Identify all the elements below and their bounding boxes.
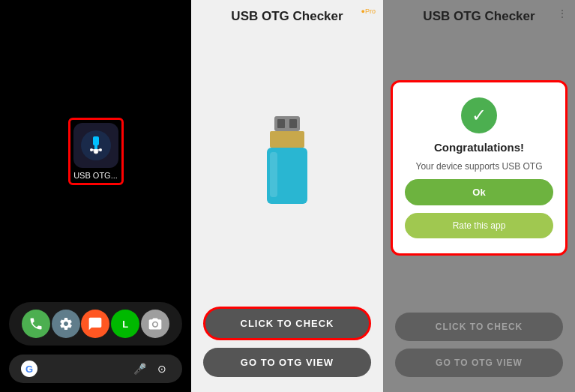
checker-panel: USB OTG Checker ●Pro Click To Check Go T… [191, 0, 383, 392]
lens-icon[interactable]: ⊙ [154, 361, 170, 377]
result-header: USB OTG Checker ⋮ [383, 0, 575, 30]
result-click-to-check-button[interactable]: Click To Check [395, 313, 563, 341]
go-to-otg-view-button[interactable]: Go To OTG View [203, 348, 371, 377]
checker-buttons: Click To Check Go To OTG View [191, 299, 383, 392]
usb-image-area [253, 30, 321, 299]
result-go-to-otg-button[interactable]: Go To OTG View [395, 349, 563, 377]
checker-title: USB OTG Checker [231, 9, 343, 24]
svg-rect-10 [270, 131, 304, 148]
success-check-icon: ✓ [461, 97, 497, 133]
home-icons-area: USB OTG... [0, 0, 191, 302]
result-panel: USB OTG Checker ⋮ ✓ Congratulations! You… [383, 0, 575, 392]
app-dock: L [9, 302, 182, 346]
google-logo: G [21, 361, 37, 377]
congrats-title: Congratulations! [434, 141, 524, 154]
mic-icon[interactable]: 🎤 [131, 361, 148, 377]
dock-line-icon[interactable]: L [111, 310, 139, 338]
dots-menu-icon[interactable]: ⋮ [557, 7, 568, 19]
click-to-check-button[interactable]: Click To Check [203, 307, 371, 340]
ok-button[interactable]: Ok [405, 179, 553, 205]
ad-badge: ●Pro [361, 7, 376, 15]
rate-app-button[interactable]: Rate this app [405, 213, 553, 238]
dock-phone-icon[interactable] [22, 310, 50, 338]
google-search-bar[interactable]: G 🎤 ⊙ [9, 355, 182, 383]
result-title: USB OTG Checker [423, 9, 535, 24]
usb-drive-illustration [253, 109, 321, 221]
checker-header: USB OTG Checker ●Pro [191, 0, 383, 30]
congratulations-card: ✓ Congratulations! Your device supports … [391, 80, 568, 256]
usb-otg-app-icon[interactable] [73, 123, 118, 168]
dock-settings-icon[interactable] [52, 310, 80, 338]
result-content-area: ✓ Congratulations! Your device supports … [383, 30, 575, 305]
congrats-subtitle: Your device supports USB OTG [416, 161, 543, 172]
dock-camera-icon[interactable] [141, 310, 169, 338]
result-bottom-buttons: Click To Check Go To OTG View [383, 305, 575, 392]
home-screen: USB OTG... L G [0, 0, 191, 392]
svg-point-6 [99, 148, 102, 151]
svg-rect-12 [270, 152, 277, 197]
svg-point-5 [90, 148, 93, 151]
app-label: USB OTG... [73, 171, 118, 180]
svg-rect-9 [289, 119, 297, 128]
dock-messages-icon[interactable] [81, 310, 109, 338]
usb-otg-app-icon-wrapper[interactable]: USB OTG... [68, 118, 124, 185]
svg-rect-8 [277, 119, 285, 128]
